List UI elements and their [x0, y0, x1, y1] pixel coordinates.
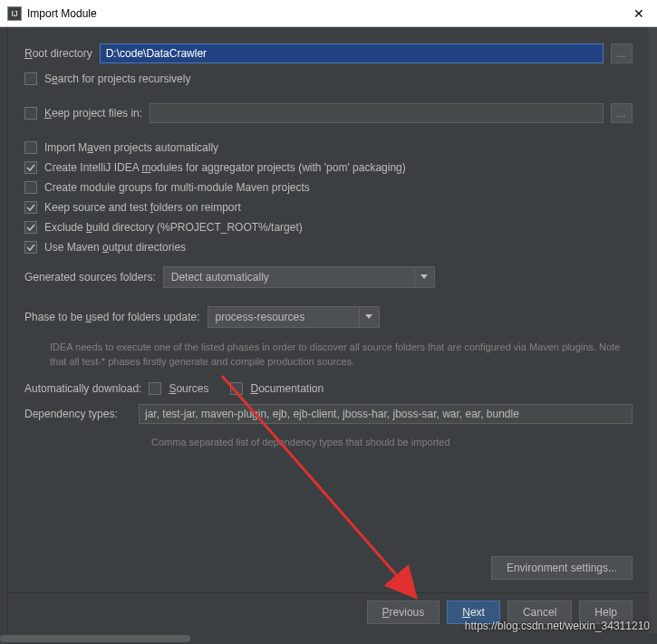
gen-src-label: Generated sources folders:: [24, 271, 156, 284]
environment-settings-button[interactable]: Environment settings...: [491, 556, 633, 580]
option-0-checkbox[interactable]: [24, 141, 37, 154]
option-4-checkbox[interactable]: [24, 221, 37, 234]
chevron-down-icon: [414, 267, 434, 287]
root-dir-label: RRoot directoryoot directory: [24, 47, 92, 60]
app-icon: IJ: [7, 6, 22, 21]
option-5-checkbox[interactable]: [24, 241, 37, 254]
root-dir-browse-button[interactable]: …: [611, 43, 633, 63]
previous-button[interactable]: Previous: [367, 601, 440, 624]
next-button[interactable]: Next: [447, 601, 500, 624]
autodl-label: Automatically download:: [24, 382, 141, 395]
titlebar: IJ Import Module ✕: [0, 0, 657, 27]
option-2-checkbox[interactable]: [24, 181, 37, 194]
deptypes-label: Dependency types:: [24, 408, 131, 420]
option-5-label: Use Maven output directories: [44, 241, 186, 254]
scrollbar-thumb[interactable]: [0, 635, 190, 642]
deptypes-input[interactable]: [139, 404, 633, 424]
search-recursive-label: Search for projects recursively: [44, 72, 190, 85]
phase-label: Phase to be used for folders update:: [24, 311, 200, 323]
keep-files-input[interactable]: [150, 103, 604, 123]
autodl-sources-checkbox[interactable]: [149, 382, 161, 395]
gen-src-select[interactable]: Detect automatically: [163, 266, 435, 288]
option-0-label: Import Maven projects automatically: [44, 141, 218, 154]
close-icon[interactable]: ✕: [628, 6, 650, 21]
root-dir-input[interactable]: [100, 43, 604, 63]
option-1-label: Create IntelliJ IDEA modules for aggrega…: [44, 161, 406, 174]
search-recursive-checkbox[interactable]: [24, 72, 37, 85]
keep-files-label: Keep project files in:: [44, 107, 142, 120]
cancel-button[interactable]: Cancel: [507, 601, 572, 624]
help-button[interactable]: Help: [579, 601, 633, 624]
phase-select[interactable]: process-resources: [208, 306, 380, 328]
option-1-checkbox[interactable]: [24, 161, 37, 174]
dialog-body: RRoot directoryoot directory … Search fo…: [8, 27, 649, 633]
autodl-docs-checkbox[interactable]: [230, 382, 243, 395]
left-gutter: [0, 27, 8, 633]
keep-files-checkbox[interactable]: [24, 107, 37, 120]
keep-files-browse-button[interactable]: …: [611, 103, 633, 123]
right-gutter: [649, 27, 657, 633]
option-4-label: Exclude build directory (%PROJECT_ROOT%/…: [44, 221, 303, 234]
option-2-label: Create module groups for multi-module Ma…: [44, 181, 310, 194]
horizontal-scrollbar[interactable]: [0, 633, 657, 644]
option-3-checkbox[interactable]: [24, 201, 37, 214]
option-3-label: Keep source and test folders on reimport: [44, 201, 241, 214]
deptypes-help-text: Comma separated list of dependency types…: [24, 433, 633, 447]
dialog-title: Import Module: [27, 7, 628, 20]
chevron-down-icon: [359, 307, 379, 327]
autodl-sources-label: Sources: [169, 382, 208, 395]
phase-help-text: IDEA needs to execute one of the listed …: [24, 337, 633, 373]
autodl-docs-label: Documentation: [250, 382, 324, 395]
